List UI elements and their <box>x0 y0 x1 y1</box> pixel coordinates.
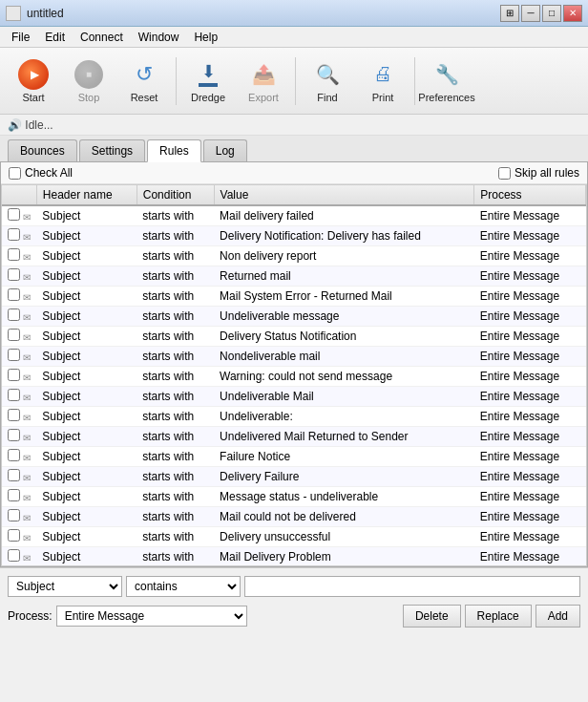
table-row[interactable]: ✉ Subject starts with Failure Notice Ent… <box>2 447 586 467</box>
tab-rules[interactable]: Rules <box>147 139 201 162</box>
table-row[interactable]: ✉ Subject starts with Mail delivery fail… <box>2 205 586 226</box>
row-checkbox[interactable] <box>8 268 20 281</box>
row-condition: starts with <box>136 487 214 507</box>
export-button[interactable]: 📤 Export <box>238 53 289 109</box>
value-input[interactable] <box>244 576 580 597</box>
row-condition: starts with <box>136 327 214 347</box>
table-row[interactable]: ✉ Subject starts with Mail Delivery Prob… <box>2 547 586 567</box>
tab-log[interactable]: Log <box>203 139 247 161</box>
check-all-checkbox[interactable] <box>9 167 21 180</box>
row-checkbox[interactable] <box>8 369 20 381</box>
menu-connect[interactable]: Connect <box>73 29 131 46</box>
window-grid-btn[interactable]: ⊞ <box>500 5 519 22</box>
row-condition: starts with <box>136 427 214 447</box>
skip-all-label[interactable]: Skip all rules <box>498 166 579 180</box>
table-row[interactable]: ✉ Subject starts with Delivery unsuccess… <box>2 527 586 547</box>
print-icon: 🖨 <box>368 59 398 90</box>
replace-button[interactable]: Replace <box>465 605 532 628</box>
start-icon <box>18 59 49 90</box>
maximize-button[interactable]: □ <box>542 5 561 22</box>
row-process: Entire Message <box>474 327 586 347</box>
row-condition: starts with <box>136 367 214 387</box>
col-process[interactable]: Process <box>474 185 586 205</box>
row-checkbox[interactable] <box>8 288 20 301</box>
table-row[interactable]: ✉ Subject starts with Delivery Failure E… <box>2 467 586 487</box>
preferences-button[interactable]: 🔧 Preferences <box>421 53 472 109</box>
row-value: Mail could not be delivered <box>214 507 474 527</box>
table-row[interactable]: ✉ Subject starts with Undelivered Mail R… <box>2 427 586 447</box>
table-row[interactable]: ✉ Subject starts with Message status - u… <box>2 487 586 507</box>
header-select[interactable]: SubjectFromToCCDate <box>8 576 122 597</box>
stop-button[interactable]: Stop <box>63 53 115 109</box>
row-checkbox[interactable] <box>8 429 20 441</box>
row-process: Entire Message <box>474 547 586 567</box>
table-row[interactable]: ✉ Subject starts with Non delivery repor… <box>2 246 586 266</box>
start-button[interactable]: Start <box>8 53 59 109</box>
row-checkbox[interactable] <box>8 449 20 461</box>
minimize-button[interactable]: ─ <box>521 5 540 22</box>
row-header: Subject <box>36 266 136 287</box>
menu-window[interactable]: Window <box>131 29 187 46</box>
row-checkbox[interactable] <box>8 509 20 521</box>
status-bar: 🔊 Idle... <box>0 115 588 136</box>
row-checkbox[interactable] <box>8 248 20 261</box>
add-button[interactable]: Add <box>536 605 580 628</box>
row-checkbox[interactable] <box>8 529 20 542</box>
row-check-cell: ✉ <box>2 347 36 367</box>
check-all-bar: Check All Skip all rules <box>1 162 587 184</box>
row-checkbox[interactable] <box>8 329 20 341</box>
table-row[interactable]: ✉ Subject starts with Undeliverable: Ent… <box>2 407 586 427</box>
row-check-cell: ✉ <box>2 447 36 467</box>
row-value: Undeliverable Mail <box>214 387 474 407</box>
process-select[interactable]: Entire MessageHeader OnlySkip <box>56 606 247 627</box>
col-condition[interactable]: Condition <box>136 185 214 205</box>
print-button[interactable]: 🖨 Print <box>357 53 409 109</box>
row-checkbox[interactable] <box>8 208 20 221</box>
row-checkbox[interactable] <box>8 228 20 241</box>
table-row[interactable]: ✉ Subject starts with Delivery Status No… <box>2 327 586 347</box>
col-value[interactable]: Value <box>214 185 474 205</box>
row-header: Subject <box>36 205 136 226</box>
table-row[interactable]: ✉ Subject starts with Undeliverable Mail… <box>2 387 586 407</box>
skip-all-checkbox[interactable] <box>498 167 511 180</box>
tab-settings[interactable]: Settings <box>79 139 145 161</box>
row-checkbox[interactable] <box>8 308 20 321</box>
table-row[interactable]: ✉ Subject starts with Returned mail Enti… <box>2 266 586 287</box>
row-checkbox[interactable] <box>8 409 20 421</box>
table-row[interactable]: ✉ Subject starts with Mail could not be … <box>2 507 586 527</box>
row-checkbox[interactable] <box>8 349 20 361</box>
check-all-label[interactable]: Check All <box>9 166 73 180</box>
table-row[interactable]: ✉ Subject starts with Delivery Notificat… <box>2 226 586 246</box>
table-row[interactable]: ✉ Subject starts with Undeliverable mess… <box>2 307 586 327</box>
row-checkbox[interactable] <box>8 489 20 501</box>
row-header: Subject <box>36 246 136 266</box>
row-process: Entire Message <box>474 527 586 547</box>
table-row[interactable]: ✉ Subject starts with Mail System Error … <box>2 287 586 307</box>
row-process: Entire Message <box>474 226 586 246</box>
find-button[interactable]: 🔍 Find <box>302 53 353 109</box>
row-condition: starts with <box>136 226 214 246</box>
table-row[interactable]: ✉ Subject starts with Nondeliverable mai… <box>2 347 586 367</box>
status-text: 🔊 Idle... <box>8 118 53 132</box>
rules-table-container[interactable]: Header name Condition Value Process ✉ Su… <box>1 184 587 566</box>
table-row[interactable]: ✉ Subject starts with Warning: could not… <box>2 367 586 387</box>
delete-button[interactable]: Delete <box>403 605 461 628</box>
row-icon: ✉ <box>23 252 31 263</box>
row-checkbox[interactable] <box>8 549 20 562</box>
row-condition: starts with <box>136 266 214 287</box>
row-process: Entire Message <box>474 287 586 307</box>
close-button[interactable]: ✕ <box>563 5 582 22</box>
menu-file[interactable]: File <box>4 29 37 46</box>
condition-select[interactable]: containsstarts withends withisis notdoes… <box>126 576 241 597</box>
col-header[interactable]: Header name <box>36 185 136 205</box>
row-value: Undeliverable message <box>214 307 474 327</box>
reset-button[interactable]: ↺ Reset <box>118 53 170 109</box>
row-checkbox[interactable] <box>8 469 20 481</box>
menu-edit[interactable]: Edit <box>37 29 73 46</box>
row-header: Subject <box>36 547 136 567</box>
tab-bounces[interactable]: Bounces <box>8 139 77 161</box>
menu-help[interactable]: Help <box>186 29 225 46</box>
row-check-cell: ✉ <box>2 367 36 387</box>
dredge-button[interactable]: ⬇ Dredge <box>182 53 234 109</box>
row-checkbox[interactable] <box>8 389 20 401</box>
